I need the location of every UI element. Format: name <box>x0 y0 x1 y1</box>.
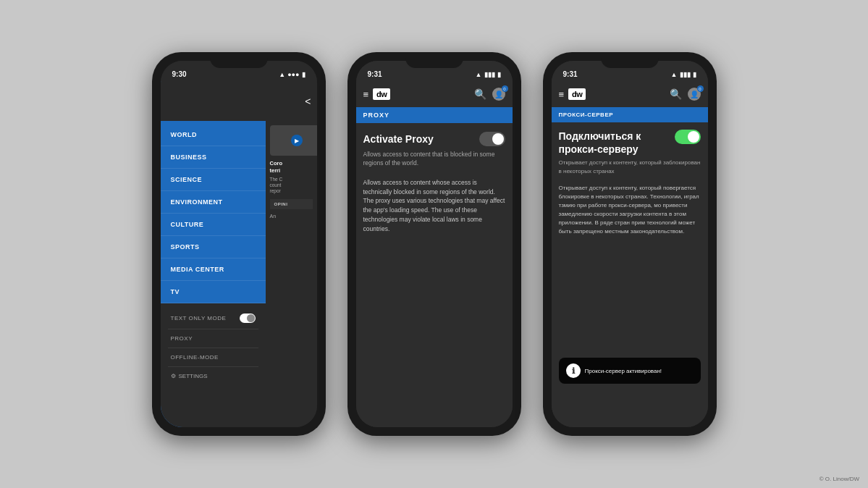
dw-logo-area-2: ≡ dw <box>363 88 391 100</box>
signal-icon-2: ▮▮▮ <box>484 71 495 78</box>
status-time-2: 9:31 <box>368 70 382 78</box>
signal-icon-1: ●●● <box>287 71 299 78</box>
nav-icons-2: 🔍 👤 0 <box>474 88 505 101</box>
proxy-ru-header: ПРОКСИ-СЕРВЕР <box>552 107 708 122</box>
status-time-1: 9:30 <box>172 70 187 78</box>
menu-item-media-center[interactable]: MEDIA CENTER <box>161 258 266 281</box>
menu-items: WORLD BUSINESS SCIENCE ENVIRONMENT CULTU… <box>161 121 266 303</box>
page-container: 9:30 ▲ ●●● ▮ WORLD BUSINESS SCIENCE ENVI… <box>0 0 868 488</box>
search-icon-2[interactable]: 🔍 <box>474 88 486 100</box>
search-icon-3[interactable]: 🔍 <box>670 88 682 100</box>
settings-gear-icon: ⚙ <box>171 373 176 379</box>
activate-label-2: Activate Proxy <box>363 133 434 145</box>
user-avatar-2[interactable]: 👤 0 <box>492 88 505 101</box>
ru-desc2: Открывает доступ к контенту, который пов… <box>559 184 701 236</box>
menu-item-environment[interactable]: ENVIRONMENT <box>161 191 266 214</box>
text-only-toggle[interactable] <box>240 314 256 323</box>
copyright-text: © O. Linow/DW <box>819 476 859 482</box>
article-subtext: The Ccountrepor <box>270 177 313 195</box>
proxy-header-label-2: PROXY <box>363 112 505 119</box>
menu-item-culture[interactable]: CULTURE <box>161 214 266 236</box>
content-panel: < ▶ Coroterri The Ccountrepor OPINI An <box>266 81 317 427</box>
proxy-label: PROXY <box>171 335 193 342</box>
status-icons-1: ▲ ●●● ▮ <box>279 71 305 78</box>
phone-1-screen: 9:30 ▲ ●●● ▮ WORLD BUSINESS SCIENCE ENVI… <box>161 61 317 427</box>
an-text: An <box>270 214 313 219</box>
play-button[interactable]: ▶ <box>291 135 303 146</box>
proxy-ru-content: Подключиться к прокси-серверу Открывает … <box>552 122 708 427</box>
proxy-toggle-2[interactable] <box>479 132 505 146</box>
article-headline: Coroterri <box>270 160 313 174</box>
battery-icon-2: ▮ <box>497 71 501 78</box>
proxy-body-text-2: Allows access to content whose access is… <box>363 178 505 234</box>
menu-header <box>161 81 266 121</box>
offline-label: OFFLINE-MODE <box>171 354 219 361</box>
phone-2-device: 9:31 ▲ ▮▮▮ ▮ ≡ dw 🔍 👤 0 <box>347 52 521 436</box>
menu-item-business[interactable]: BUSINESS <box>161 146 266 169</box>
menu-item-sports[interactable]: SPORTS <box>161 236 266 258</box>
phone-3-screen: 9:31 ▲ ▮▮▮ ▮ ≡ dw 🔍 👤 0 <box>552 61 708 427</box>
tooltip-info-icon: ℹ <box>566 363 581 378</box>
content-preview-header: < <box>266 81 317 121</box>
notch-1 <box>210 52 268 68</box>
tooltip-overlay: ℹ Прокси-сервер активирован! <box>559 358 701 384</box>
menu-item-science[interactable]: SCIENCE <box>161 169 266 191</box>
video-thumbnail: ▶ <box>270 125 317 156</box>
status-icons-2: ▲ ▮▮▮ ▮ <box>476 71 501 78</box>
battery-icon-1: ▮ <box>302 71 306 78</box>
hamburger-icon-2[interactable]: ≡ <box>363 89 369 100</box>
battery-icon-3: ▮ <box>693 71 696 78</box>
hamburger-icon-3[interactable]: ≡ <box>559 89 565 100</box>
dw-logo-2: dw <box>373 88 390 100</box>
tooltip-text: Прокси-сервер активирован! <box>585 368 662 374</box>
proxy-ru-header-label: ПРОКСИ-СЕРВЕР <box>559 112 701 118</box>
dw-nav-2: ≡ dw 🔍 👤 0 <box>356 81 513 107</box>
user-badge-3: 0 <box>697 85 704 92</box>
wifi-icon-3: ▲ <box>671 71 678 78</box>
wifi-icon-1: ▲ <box>279 71 285 78</box>
dw-logo-3: dw <box>568 88 586 100</box>
activate-row-2: Activate Proxy <box>363 132 505 146</box>
proxy-content-2: Activate Proxy Allows access to content … <box>356 123 513 427</box>
status-icons-3: ▲ ▮▮▮ ▮ <box>671 71 696 78</box>
nav-icons-3: 🔍 👤 0 <box>670 88 701 101</box>
ru-desc1: Открывает доступ к контенту, который заб… <box>559 159 701 174</box>
status-time-3: 9:31 <box>563 70 578 78</box>
settings-label: SETTINGS <box>179 373 208 379</box>
menu-bottom: TEXT ONLY MODE PROXY OFFLINE-MODE ⚙ SETT… <box>161 303 266 427</box>
opinions-label: OPINI <box>274 202 308 206</box>
phone-1-device: 9:30 ▲ ●●● ▮ WORLD BUSINESS SCIENCE ENVI… <box>152 52 326 436</box>
user-avatar-3[interactable]: 👤 0 <box>688 88 701 101</box>
notch-3 <box>601 52 659 68</box>
settings-row[interactable]: ⚙ SETTINGS <box>168 367 258 385</box>
menu-bottom-proxy[interactable]: PROXY <box>168 329 258 348</box>
content-body: ▶ Coroterri The Ccountrepor OPINI An <box>266 121 317 223</box>
text-only-label: TEXT ONLY MODE <box>171 315 227 321</box>
dw-nav-3: ≡ dw 🔍 👤 0 <box>552 81 708 107</box>
activate-desc-2: Allows access to content that is blocked… <box>363 151 505 168</box>
menu-item-tv[interactable]: TV <box>161 281 266 303</box>
notch-2 <box>405 52 463 68</box>
signal-icon-3: ▮▮▮ <box>680 71 691 78</box>
opinions-card: OPINI <box>270 199 313 209</box>
dw-logo-area-3: ≡ dw <box>559 88 586 100</box>
menu-item-world[interactable]: WORLD <box>161 124 266 146</box>
user-badge-2: 0 <box>502 85 508 92</box>
menu-bottom-offline[interactable]: OFFLINE-MODE <box>168 348 258 367</box>
back-button[interactable]: < <box>305 96 311 107</box>
menu-bottom-text-only[interactable]: TEXT ONLY MODE <box>168 308 258 329</box>
phone-3-device: 9:31 ▲ ▮▮▮ ▮ ≡ dw 🔍 👤 0 <box>543 52 717 436</box>
menu-panel: WORLD BUSINESS SCIENCE ENVIRONMENT CULTU… <box>161 81 266 427</box>
phone1-content: WORLD BUSINESS SCIENCE ENVIRONMENT CULTU… <box>161 81 317 427</box>
ru-toggle-area <box>675 130 701 144</box>
proxy-header-2: PROXY <box>356 107 513 123</box>
wifi-icon-2: ▲ <box>476 71 482 78</box>
phone-2-screen: 9:31 ▲ ▮▮▮ ▮ ≡ dw 🔍 👤 0 <box>356 61 513 427</box>
proxy-toggle-3[interactable] <box>675 130 701 144</box>
